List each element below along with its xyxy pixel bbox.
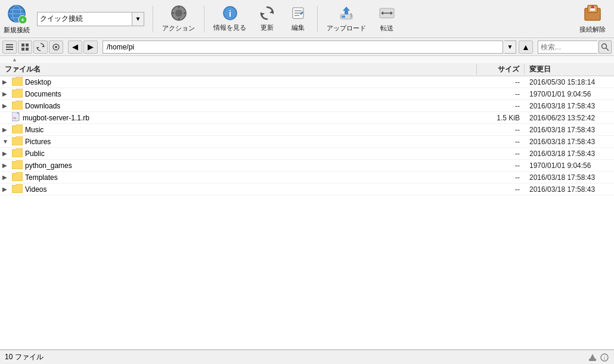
expand-arrow[interactable]: ▶	[2, 102, 10, 109]
new-connection-button[interactable]: + 新規接続	[4, 3, 30, 35]
file-name-text: mugbot-server-1.1.rb	[23, 114, 89, 122]
expand-arrow[interactable]: ▶	[2, 150, 10, 157]
file-date-cell: 2016/03/18 17:58:43	[525, 102, 614, 110]
path-input[interactable]	[103, 41, 503, 54]
file-name-text: Pictures	[25, 138, 51, 146]
back-button[interactable]: ◀	[68, 41, 82, 54]
table-row[interactable]: ▶ Music--2016/03/18 17:58:43	[0, 124, 614, 136]
edit-label: 編集	[292, 23, 305, 32]
file-name-cell: rb mugbot-server-1.1.rb	[0, 112, 477, 123]
quick-connect-combo: ▼	[37, 12, 144, 26]
folder-icon	[12, 184, 23, 195]
search-button[interactable]	[599, 41, 612, 54]
svg-rect-50	[589, 359, 596, 361]
svg-marker-16	[261, 13, 265, 17]
file-size-cell: --	[477, 102, 525, 110]
svg-rect-36	[6, 49, 13, 50]
file-size-cell: --	[477, 150, 525, 158]
info-button[interactable]: i 情報を見る	[209, 3, 250, 35]
folder-icon	[12, 136, 23, 147]
expand-arrow[interactable]: ▶	[2, 91, 10, 97]
svg-marker-15	[269, 10, 273, 13]
action-label: アクション	[162, 24, 195, 33]
file-rows: ▶ Desktop--2016/05/30 15:18:14▶ Document…	[0, 76, 614, 195]
file-name-text: python_games	[25, 161, 72, 170]
file-size-cell: --	[477, 90, 525, 98]
table-row[interactable]: ▶ python_games--1970/01/01 9:04:56	[0, 160, 614, 172]
file-count: 10 ファイル	[5, 352, 44, 362]
edit-button[interactable]: 編集	[284, 3, 312, 35]
nav-icon-4[interactable]	[49, 41, 63, 54]
expand-arrow[interactable]: ▶	[2, 126, 10, 133]
search-icon	[601, 43, 609, 51]
status-bar: 10 ファイル i	[0, 350, 614, 364]
table-row[interactable]: ▶ Desktop--2016/05/30 15:18:14	[0, 76, 614, 88]
table-row[interactable]: ▼ Pictures--2016/03/18 17:58:43	[0, 136, 614, 148]
expand-arrow[interactable]: ▶	[2, 79, 10, 85]
forward-button[interactable]: ▶	[83, 41, 98, 54]
header-date[interactable]: 変更日	[525, 64, 614, 74]
upload-label: アップロード	[327, 24, 366, 33]
quick-connect-dropdown[interactable]: ▼	[132, 12, 144, 26]
svg-point-45	[602, 43, 607, 48]
file-name-cell: ▶ Downloads	[0, 101, 477, 111]
svg-rect-37	[21, 43, 24, 46]
file-size-cell: --	[477, 126, 525, 134]
status-right: i	[588, 353, 609, 362]
refresh-icon	[259, 5, 275, 22]
file-date-cell: 2016/03/18 17:58:43	[525, 126, 614, 134]
svg-rect-34	[6, 44, 13, 45]
file-name-text: Music	[25, 126, 44, 134]
file-name-cell: ▶ Public	[0, 148, 477, 159]
nav-bar: ◀ ▶ ▼ ▲	[0, 38, 614, 56]
table-row[interactable]: ▶ Videos--2016/03/18 17:58:43	[0, 183, 614, 195]
svg-text:i: i	[604, 355, 605, 361]
transfer-button[interactable]: 転送	[373, 3, 401, 35]
table-row[interactable]: ▶ Documents--1970/01/01 9:04:56	[0, 88, 614, 100]
folder-icon	[12, 77, 23, 88]
file-name-cell: ▶ Desktop	[0, 77, 477, 88]
expand-arrow[interactable]: ▼	[2, 138, 10, 145]
file-name-cell: ▼ Pictures	[0, 136, 477, 147]
action-icon	[170, 5, 187, 23]
upload-button[interactable]: アップロード	[322, 3, 370, 35]
expand-arrow[interactable]: ▶	[2, 162, 10, 169]
info-icon: i	[222, 5, 238, 22]
disconnect-button[interactable]: 接続解除	[575, 3, 610, 35]
folder-icon	[12, 172, 23, 183]
ruby-file-icon: rb	[12, 112, 20, 123]
action-button[interactable]: アクション	[158, 3, 199, 35]
expand-arrow[interactable]: ▶	[2, 174, 10, 181]
file-name-text: Desktop	[25, 78, 51, 86]
file-size-cell: --	[477, 173, 525, 182]
file-name-text: Downloads	[25, 102, 60, 110]
connect-icon: +	[6, 3, 27, 24]
edit-icon	[290, 5, 306, 22]
up-button[interactable]: ▲	[519, 41, 533, 54]
header-name[interactable]: ファイル名	[0, 64, 477, 74]
folder-icon	[12, 160, 23, 171]
path-dropdown[interactable]: ▼	[504, 41, 516, 54]
nav-icon-3[interactable]	[33, 41, 48, 54]
transfer-icon	[379, 5, 395, 23]
header-size[interactable]: サイズ	[477, 64, 525, 74]
expand-arrow[interactable]: ▶	[2, 186, 10, 192]
table-row[interactable]: ▶ Public--2016/03/18 17:58:43	[0, 148, 614, 160]
search-input[interactable]	[538, 41, 597, 54]
file-name-cell: ▶ Music	[0, 125, 477, 135]
svg-rect-38	[26, 43, 29, 46]
table-row[interactable]: ▶ Downloads--2016/03/18 17:58:43	[0, 100, 614, 112]
svg-marker-42	[37, 47, 39, 49]
nav-icon-1[interactable]	[2, 41, 17, 54]
toolbar: + 新規接続 ▼ アクション	[0, 0, 614, 38]
table-row[interactable]: ▶ Templates--2016/03/18 17:58:43	[0, 172, 614, 183]
quick-connect-input[interactable]	[37, 12, 132, 26]
folder-icon	[12, 89, 23, 99]
refresh-button[interactable]: 更新	[253, 3, 281, 35]
file-name-cell: ▶ python_games	[0, 160, 477, 171]
file-name-cell: ▶ Documents	[0, 89, 477, 99]
nav-icon-2[interactable]	[18, 41, 32, 54]
folder-icon	[12, 148, 23, 159]
table-row[interactable]: rb mugbot-server-1.1.rb1.5 KiB2016/06/23…	[0, 112, 614, 124]
new-connection-label: 新規接続	[4, 26, 30, 35]
